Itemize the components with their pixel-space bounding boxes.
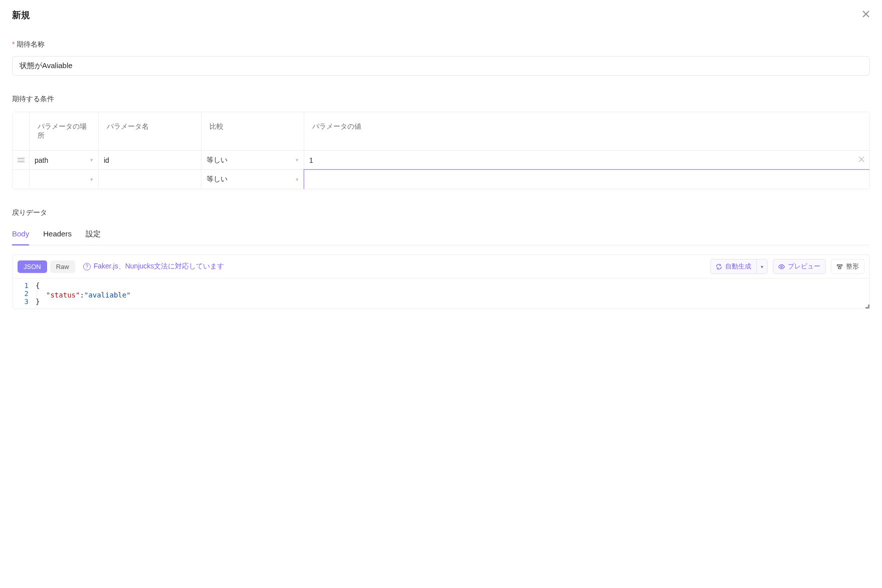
eye-icon: [778, 263, 785, 270]
format-icon: [836, 263, 843, 270]
svg-point-0: [781, 265, 782, 267]
return-tabs: Body Headers 設定: [12, 225, 870, 245]
conditions-label: 期待する条件: [12, 95, 870, 104]
value-input[interactable]: [309, 156, 864, 164]
preview-button[interactable]: プレビュー: [773, 259, 826, 274]
tab-headers[interactable]: Headers: [43, 225, 72, 245]
value-cell[interactable]: [304, 170, 869, 189]
conditions-header-row: パラメータの場所 パラメータ名 比較 パラメータの値: [13, 112, 869, 151]
autogen-button[interactable]: 自動生成: [710, 259, 757, 274]
delete-row-icon[interactable]: [858, 156, 864, 164]
header-name: パラメータ名: [99, 112, 201, 150]
code-line: 1 {: [13, 281, 869, 289]
header-compare: 比較: [201, 112, 304, 150]
name-label: 期待名称: [12, 40, 870, 49]
compare-value: 等しい: [206, 156, 228, 165]
header-value: パラメータの値: [304, 112, 869, 150]
chevron-down-icon: ▾: [90, 176, 93, 183]
compare-value: 等しい: [206, 175, 228, 184]
autogen-split: 自動生成 ▾: [710, 259, 768, 274]
drag-handle-placeholder: [13, 170, 30, 189]
location-value: path: [35, 156, 48, 164]
compare-select[interactable]: 等しい ▾: [201, 170, 304, 189]
seg-raw[interactable]: Raw: [50, 260, 75, 273]
refresh-icon: [716, 263, 722, 270]
format-segment: JSON Raw: [18, 260, 75, 273]
drag-handle-icon[interactable]: [13, 151, 30, 169]
help-text: Faker.js、Nunjucks文法に対応しています: [94, 262, 225, 271]
code-editor[interactable]: 1 { 2 "status":"avaliable" 3 }: [13, 278, 869, 309]
compare-select[interactable]: 等しい ▾: [201, 151, 304, 169]
value-input[interactable]: [309, 175, 864, 183]
seg-json[interactable]: JSON: [18, 260, 47, 273]
body-panel: JSON Raw ? Faker.js、Nunjucks文法に対応しています 自…: [12, 254, 870, 309]
location-select[interactable]: ▾: [30, 170, 99, 189]
condition-row: path ▾ id 等しい ▾: [13, 151, 869, 170]
resize-handle[interactable]: [865, 305, 869, 309]
param-name-cell[interactable]: [99, 170, 201, 189]
code-line: 2 "status":"avaliable": [13, 289, 869, 298]
format-button[interactable]: 整形: [831, 259, 864, 274]
name-input[interactable]: [12, 56, 870, 76]
value-cell[interactable]: [304, 151, 869, 169]
chevron-down-icon: ▾: [296, 176, 299, 183]
svg-rect-2: [838, 267, 841, 268]
svg-rect-1: [837, 264, 842, 265]
help-link[interactable]: ? Faker.js、Nunjucks文法に対応しています: [83, 262, 225, 271]
param-name-cell[interactable]: id: [99, 151, 201, 169]
return-data-label: 戻りデータ: [12, 208, 870, 217]
modal: 新規 期待名称 期待する条件 パラメータの場所 パラメータ名 比較 パラメータの…: [0, 0, 882, 318]
chevron-down-icon: ▾: [90, 157, 93, 163]
header-location: パラメータの場所: [30, 112, 99, 150]
modal-header: 新規: [12, 9, 870, 21]
body-toolbar: JSON Raw ? Faker.js、Nunjucks文法に対応しています 自…: [13, 255, 869, 278]
close-icon[interactable]: [862, 10, 870, 20]
modal-title: 新規: [12, 9, 30, 21]
help-icon: ?: [83, 263, 91, 270]
conditions-table: パラメータの場所 パラメータ名 比較 パラメータの値 path ▾ id 等しい…: [12, 112, 870, 189]
condition-row: ▾ 等しい ▾: [13, 170, 869, 189]
code-line: 3 }: [13, 298, 869, 306]
chevron-down-icon: ▾: [296, 157, 299, 163]
location-select[interactable]: path ▾: [30, 151, 99, 169]
tab-settings[interactable]: 設定: [86, 225, 101, 245]
tab-body[interactable]: Body: [12, 225, 29, 245]
header-handle: [13, 112, 30, 150]
autogen-dropdown[interactable]: ▾: [757, 259, 768, 274]
